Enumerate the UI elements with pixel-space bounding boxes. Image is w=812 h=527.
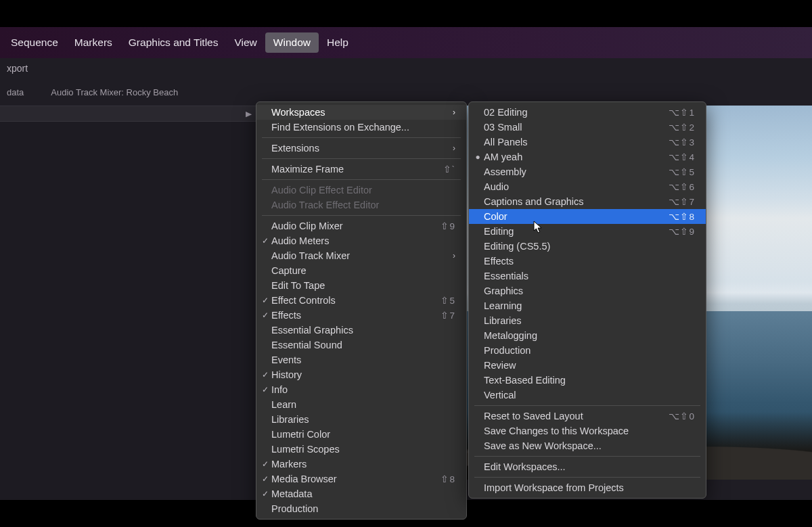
window-menu-item-metadata[interactable]: ✓Metadata <box>256 486 466 501</box>
menu-item-label: Captions and Graphics <box>484 196 659 207</box>
window-menu-item-workspaces[interactable]: Workspaces› <box>256 105 466 120</box>
window-menu-item-extensions[interactable]: Extensions› <box>256 141 466 156</box>
workspaces-menu-item-graphics[interactable]: Graphics <box>469 283 706 298</box>
menu-item-label: Effects <box>271 310 431 321</box>
workspaces-menu-item-am-yeah[interactable]: ●AM yeah⌥⇧4 <box>469 150 706 164</box>
workspaces-menu-item-editing[interactable]: Editing⌥⇧9 <box>469 224 706 239</box>
workspaces-menu-item-vertical[interactable]: Vertical <box>469 388 706 403</box>
window-menu-item-info[interactable]: ✓Info <box>256 382 466 397</box>
window-menu-item-audio-clip-mixer[interactable]: Audio Clip Mixer⇧9 <box>256 219 466 233</box>
menu-item-label: 02 Editing <box>484 107 659 118</box>
chevron-right-icon: › <box>446 143 455 153</box>
shortcut-label: ⌥⇧7 <box>659 196 695 207</box>
check-icon: ✓ <box>259 489 271 499</box>
workspaces-menu-item-learning[interactable]: Learning <box>469 298 706 313</box>
menu-item-label: Lumetri Scopes <box>271 444 455 455</box>
window-menu-item-effect-controls[interactable]: ✓Effect Controls⇧5 <box>256 293 466 308</box>
window-menu-item-maximize-frame[interactable]: Maximize Frame⇧` <box>256 162 466 177</box>
menu-item-label: Essential Sound <box>271 340 455 350</box>
workspaces-menu-item-libraries[interactable]: Libraries <box>469 313 706 328</box>
check-icon: ✓ <box>259 459 271 469</box>
window-menu-item-history[interactable]: ✓History <box>256 367 466 382</box>
shortcut-label: ⌥⇧4 <box>659 152 695 162</box>
shortcut-label: ⇧9 <box>431 221 455 231</box>
workspaces-menu-item-all-panels[interactable]: All Panels⌥⇧3 <box>469 135 706 150</box>
workspaces-menu-item-save-as-new-workspace[interactable]: Save as New Workspace... <box>469 438 706 453</box>
check-icon: ✓ <box>259 296 271 305</box>
window-menu-item-events[interactable]: Events <box>256 352 466 367</box>
workspaces-menu-item-captions-and-graphics[interactable]: Captions and Graphics⌥⇧7 <box>469 194 706 209</box>
workspaces-menu-item-essentials[interactable]: Essentials <box>469 269 706 283</box>
window-menu-item-audio-track-effect-editor: Audio Track Effect Editor <box>256 198 466 212</box>
workspaces-submenu: 02 Editing⌥⇧103 Small⌥⇧2All Panels⌥⇧3●AM… <box>468 101 706 499</box>
menu-item-label: Production <box>271 503 455 514</box>
menu-item-label: Audio Meters <box>271 235 455 246</box>
check-icon: ✓ <box>259 236 271 246</box>
window-menu-item-libraries[interactable]: Libraries <box>256 412 466 427</box>
menu-item-label: AM yeah <box>484 152 659 162</box>
workspaces-menu-item-save-changes-to-this-workspace[interactable]: Save Changes to this Workspace <box>469 423 706 438</box>
window-menu-item-audio-track-mixer[interactable]: Audio Track Mixer› <box>256 248 466 263</box>
shortcut-label: ⇧` <box>434 164 456 175</box>
menu-view[interactable]: View <box>226 32 265 53</box>
menu-item-label: Effect Controls <box>271 295 431 306</box>
menu-sequence[interactable]: Sequence <box>3 32 66 53</box>
window-menu-item-learn[interactable]: Learn <box>256 397 466 412</box>
menu-item-label: Text-Based Editing <box>484 375 695 386</box>
check-icon: ✓ <box>259 385 271 394</box>
window-menu-item-production[interactable]: Production <box>256 501 466 516</box>
workspaces-menu-item-02-editing[interactable]: 02 Editing⌥⇧1 <box>469 105 706 120</box>
menu-graphics-titles[interactable]: Graphics and Titles <box>120 32 227 53</box>
shortcut-label: ⌥⇧2 <box>659 122 695 133</box>
menu-item-label: Effects <box>484 256 695 267</box>
menu-item-label: Assembly <box>484 166 659 177</box>
check-icon: ✓ <box>259 370 271 380</box>
window-menu-item-find-extensions-on-exchange[interactable]: Find Extensions on Exchange... <box>256 120 466 135</box>
window-menu-item-markers[interactable]: ✓Markers <box>256 457 466 472</box>
menu-item-label: Maximize Frame <box>271 164 434 175</box>
window-menu-item-audio-meters[interactable]: ✓Audio Meters <box>256 233 466 248</box>
shortcut-label: ⌥⇧1 <box>659 107 695 118</box>
menu-item-label: Metadata <box>271 488 455 499</box>
window-menu-item-lumetri-scopes[interactable]: Lumetri Scopes <box>256 442 466 457</box>
menu-item-label: Metalogging <box>484 330 695 341</box>
window-menu-item-capture[interactable]: Capture <box>256 263 466 278</box>
shortcut-label: ⇧8 <box>431 474 455 484</box>
menu-item-label: Info <box>271 384 455 395</box>
window-dropdown: Workspaces›Find Extensions on Exchange..… <box>256 101 467 520</box>
window-menu-item-media-browser[interactable]: ✓Media Browser⇧8 <box>256 472 466 486</box>
panel-tab-audio-track-mixer[interactable]: Audio Track Mixer: Rocky Beach <box>44 87 185 97</box>
workspace-tab-export[interactable]: xport <box>0 58 35 78</box>
workspaces-menu-item-edit-workspaces[interactable]: Edit Workspaces... <box>469 459 706 474</box>
window-menu-item-essential-sound[interactable]: Essential Sound <box>256 338 466 352</box>
panel-options-icon[interactable]: ▶ <box>246 110 252 118</box>
menu-markers[interactable]: Markers <box>66 32 120 53</box>
workspaces-menu-item-color[interactable]: Color⌥⇧8 <box>469 209 706 224</box>
window-menu-item-effects[interactable]: ✓Effects⇧7 <box>256 308 466 323</box>
menu-item-label: Lumetri Color <box>271 429 455 440</box>
workspaces-menu-item-assembly[interactable]: Assembly⌥⇧5 <box>469 164 706 179</box>
workspaces-menu-item-review[interactable]: Review <box>469 358 706 373</box>
window-menu-item-essential-graphics[interactable]: Essential Graphics <box>256 323 466 338</box>
workspaces-menu-item-text-based-editing[interactable]: Text-Based Editing <box>469 373 706 388</box>
window-menu-item-edit-to-tape[interactable]: Edit To Tape <box>256 278 466 293</box>
workspaces-menu-item-production[interactable]: Production <box>469 343 706 358</box>
workspaces-menu-item-03-small[interactable]: 03 Small⌥⇧2 <box>469 120 706 135</box>
menu-item-label: Essential Graphics <box>271 325 455 336</box>
workspaces-menu-item-reset-to-saved-layout[interactable]: Reset to Saved Layout⌥⇧0 <box>469 409 706 423</box>
menu-window[interactable]: Window <box>265 32 319 53</box>
window-menu-item-lumetri-color[interactable]: Lumetri Color <box>256 427 466 442</box>
workspaces-menu-item-metalogging[interactable]: Metalogging <box>469 328 706 343</box>
workspaces-menu-item-effects[interactable]: Effects <box>469 254 706 269</box>
workspaces-menu-item-audio[interactable]: Audio⌥⇧6 <box>469 179 706 194</box>
workspaces-menu-item-import-workspace-from-projects[interactable]: Import Workspace from Projects <box>469 480 706 495</box>
menu-item-label: All Panels <box>484 137 659 147</box>
menu-help[interactable]: Help <box>319 32 357 53</box>
left-panel: ▶ <box>0 106 257 500</box>
workspace-tabs: xport <box>0 58 812 78</box>
workspaces-menu-item-editing-cs5-5[interactable]: Editing (CS5.5) <box>469 239 706 254</box>
menu-item-label: Editing <box>484 226 659 237</box>
panel-tab-data[interactable]: data <box>0 87 30 97</box>
shortcut-label: ⇧5 <box>431 295 455 306</box>
menu-item-label: Audio Clip Effect Editor <box>271 185 455 196</box>
